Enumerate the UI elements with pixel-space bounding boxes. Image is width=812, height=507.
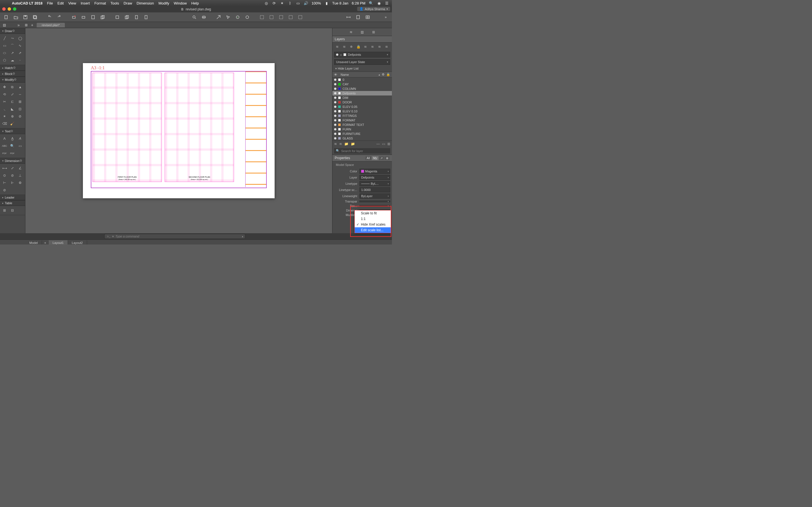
layer-visibility-dot[interactable] [334,78,336,81]
battery-icon[interactable]: ▮ [324,1,329,5]
layer-row[interactable]: FORMAT TEXT [333,122,392,127]
app-name[interactable]: AutoCAD LT 2018 [12,1,43,5]
scale-edit-list-item[interactable]: Edit scale list... [355,227,391,233]
menu-tools[interactable]: Tools [110,1,119,5]
layer-color-swatch[interactable] [338,92,341,95]
layer-row[interactable]: COLUMN [333,87,392,91]
layer-color-swatch[interactable] [338,96,341,99]
drawing-canvas[interactable]: A3 -1:1 FIRST FLOOR PLAN(Area = 242.00 s… [26,28,332,233]
file-tab[interactable]: revised plan* [37,23,65,27]
layer-color-swatch[interactable] [338,137,341,140]
break-tool[interactable]: ⊘ [17,113,23,120]
battery-pct[interactable]: 100% [312,1,321,5]
layer-row[interactable]: DIM [333,96,392,100]
offset-tool[interactable]: ⊡ [17,106,23,112]
menu-format[interactable]: Format [94,1,106,5]
circle-tool[interactable]: ◯ [17,35,23,42]
options-icon[interactable]: ⊞ [388,142,390,146]
prop-textstyle-value[interactable] [359,205,390,207]
user-badge[interactable]: 👤 Aditya Sharma ▾ [357,7,390,11]
section-modify[interactable]: Modify⚙ [0,77,25,82]
layer-search[interactable]: 🔍 Search for layer [334,148,390,154]
menu-edit[interactable]: Edit [57,1,64,5]
plot-button[interactable] [70,13,78,21]
layer-visibility-dot[interactable] [334,88,336,90]
batch-plot-button[interactable] [99,13,107,21]
layer-iso-icon[interactable]: ≋ [363,44,368,49]
section-block[interactable]: Block⚙ [0,71,25,76]
layer-visibility-dot[interactable] [334,124,336,126]
dim-style-tool[interactable]: ⚙ [17,179,23,186]
layer-visibility-dot[interactable] [334,128,336,130]
layer-row[interactable]: ELEV 0.05 [333,105,392,109]
layer-visibility-dot[interactable] [334,133,336,135]
xline-tool[interactable]: ⇗ [17,50,23,56]
gear-icon[interactable]: ⚙ [12,72,15,75]
move-tool[interactable]: ✥ [1,83,8,91]
props-select-icon[interactable]: ⊕ [385,156,390,160]
spell-tool[interactable]: ABC [1,143,8,149]
linear-dim-tool[interactable]: ⟷ [1,165,8,172]
layer-color-swatch[interactable] [338,101,341,104]
cloud-icon[interactable]: ✶ [280,1,285,5]
stretch-tool[interactable]: ↔ [17,91,23,98]
panel-tab-table-icon[interactable]: ⊞ [370,29,377,35]
dim-tool-button[interactable] [345,13,352,21]
menu-modify[interactable]: Modify [158,1,169,5]
layer-row[interactable]: FURNITURE [333,131,392,136]
layer-color-swatch[interactable] [338,78,341,81]
window3-button[interactable] [277,13,285,21]
layer-visibility-dot[interactable] [334,110,336,112]
open-file-button[interactable] [12,13,20,21]
collapse-panel-icon[interactable]: » [382,13,390,21]
scale-fit-item[interactable]: Scale to fit [355,210,391,216]
dim-break-tool[interactable]: ⊘ [1,187,8,193]
volume-icon[interactable]: 🔊 [304,1,308,5]
ordinate-dim-tool[interactable]: ⊥ [17,172,23,179]
pdf-import-tool[interactable]: PDF [9,150,16,157]
save-all-button[interactable] [31,13,39,21]
menu-help[interactable]: Help [192,1,199,5]
layer-visibility-dot[interactable] [334,115,336,117]
tab-add-layout[interactable]: + [42,240,49,245]
tab-expand-icon[interactable]: » [17,23,20,27]
group-button[interactable]: + [234,13,242,21]
layer-new-icon[interactable]: ≋ [335,44,340,49]
lock-column-icon[interactable]: 🔒 [386,73,390,76]
panel-tab-props-icon[interactable]: ▥ [359,29,365,35]
layer-row[interactable]: FURN [333,127,392,131]
window5-button[interactable] [296,13,304,21]
chamfer-tool[interactable]: ◣ [9,106,16,112]
gear-icon[interactable]: ⚙ [12,29,15,33]
gear-icon[interactable]: ⚙ [19,159,22,163]
print-preview-button[interactable] [80,13,87,21]
new-file-button[interactable] [2,13,10,21]
line-tool[interactable]: ╱ [1,35,8,42]
copy-button[interactable] [123,13,131,21]
section-dimension[interactable]: Dimension⚙ [0,158,25,164]
pdf-text-tool[interactable]: PDF [1,150,8,157]
sync-icon[interactable]: ⟳ [272,1,276,5]
layer-row[interactable]: ELEV 0.10 [333,109,392,114]
text-style-tool[interactable]: A [17,135,23,142]
minus-icon[interactable]: — [376,142,380,146]
layer-prev-icon[interactable]: ≋ [384,44,389,49]
tab-model[interactable]: Model [26,240,42,245]
trim-tool[interactable]: ✂ [1,98,8,105]
ungroup-button[interactable] [243,13,251,21]
section-hatch[interactable]: Hatch⚙ [0,65,25,71]
table-insert-tool[interactable]: ⊞ [1,207,8,214]
command-input[interactable]: >_ ▾ Type a command [104,234,245,239]
rotate-tool[interactable]: ⟲ [1,91,8,98]
explode-tool[interactable]: ✶ [1,113,8,120]
gear-icon[interactable]: ⚙ [14,78,17,81]
scale-hide-xref-item[interactable]: Hide Xref scales [355,222,391,227]
table-style-tool[interactable]: ⊟ [9,207,16,214]
props-export-icon[interactable]: ↗ [379,156,384,160]
hide-layer-list-toggle[interactable]: Hide Layer List [333,66,392,71]
layer-lock-icon[interactable]: 🔒 [356,44,361,49]
section-draw[interactable]: Draw⚙ [0,28,25,34]
menu-draw[interactable]: Draw [123,1,132,5]
props-tab-my[interactable]: My [372,156,378,160]
time-text[interactable]: 6:28 PM [352,1,365,5]
